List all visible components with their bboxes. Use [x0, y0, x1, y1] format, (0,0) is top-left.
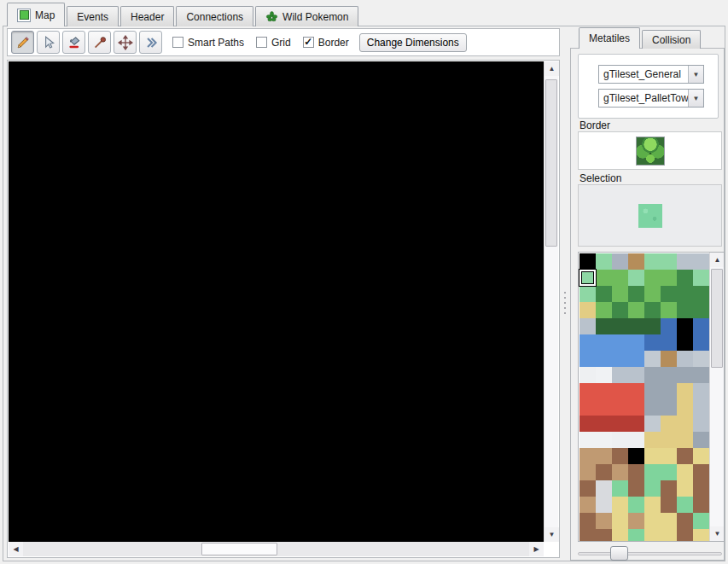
tileset-image[interactable]: [579, 253, 709, 542]
tileset-scrollbar-thumb[interactable]: [711, 269, 723, 368]
tileset-tile[interactable]: [612, 318, 628, 334]
tileset-tile[interactable]: [644, 480, 661, 497]
tileset-tile[interactable]: [693, 302, 709, 318]
tileset-tile[interactable]: [677, 529, 693, 542]
bucket-fill-tool-button[interactable]: [62, 31, 85, 54]
tileset-tile[interactable]: [596, 480, 612, 497]
tileset-tile[interactable]: [677, 480, 693, 497]
tileset-tile[interactable]: [693, 253, 709, 270]
scroll-down-button[interactable]: ▼: [710, 526, 725, 541]
tileset-tile[interactable]: [677, 432, 693, 448]
tab-collision[interactable]: Collision: [642, 30, 701, 49]
tileset-tile[interactable]: [661, 286, 677, 302]
map-horizontal-scrollbar[interactable]: ◀ ▶: [9, 542, 544, 556]
tileset-tile[interactable]: [612, 383, 628, 399]
tileset-tile[interactable]: [579, 334, 596, 351]
tileset-tile[interactable]: [628, 270, 644, 286]
tileset-tile[interactable]: [596, 529, 612, 542]
tileset-tile[interactable]: [644, 318, 661, 334]
scroll-right-button[interactable]: ▶: [529, 542, 544, 556]
tileset-tile[interactable]: [579, 286, 596, 302]
primary-tileset-dropdown[interactable]: gTileset_General ▼: [598, 65, 704, 84]
tileset-tile[interactable]: [612, 253, 628, 270]
tileset-tile[interactable]: [644, 334, 661, 351]
tileset-tile[interactable]: [612, 399, 628, 416]
tileset-tile[interactable]: [612, 367, 628, 383]
tileset-tile[interactable]: [693, 480, 709, 497]
vertical-scrollbar-thumb[interactable]: [545, 79, 557, 247]
checkbox-border[interactable]: ✓Border: [303, 37, 349, 49]
tileset-tile[interactable]: [628, 416, 644, 432]
tileset-tile[interactable]: [693, 351, 709, 367]
tileset-tile[interactable]: [579, 448, 596, 464]
map-vertical-scrollbar[interactable]: ▲ ▼: [544, 61, 558, 542]
tileset-tile[interactable]: [612, 270, 628, 286]
tab-metatiles[interactable]: Metatiles: [579, 27, 640, 49]
secondary-tileset-dropdown[interactable]: gTileset_PalletTown ▼: [598, 89, 704, 108]
tileset-tile[interactable]: [579, 432, 596, 448]
tileset-tile[interactable]: [628, 318, 644, 334]
tileset-tile[interactable]: [612, 529, 628, 542]
tileset-tile[interactable]: [661, 383, 677, 399]
tileset-tile[interactable]: [579, 383, 596, 399]
tileset-tile[interactable]: [612, 351, 628, 367]
tileset-tile[interactable]: [644, 351, 661, 367]
tileset-tile[interactable]: [628, 464, 644, 480]
tileset-tile[interactable]: [628, 367, 644, 383]
tileset-tile[interactable]: [596, 399, 612, 416]
tileset-tile[interactable]: [693, 416, 709, 432]
tileset-tile[interactable]: [677, 497, 693, 513]
tileset-tile[interactable]: [693, 318, 709, 334]
tileset-tile[interactable]: [579, 253, 596, 270]
tileset-tile[interactable]: [693, 513, 709, 529]
horizontal-scrollbar-thumb[interactable]: [201, 543, 277, 555]
checkbox-smart-paths[interactable]: Smart Paths: [172, 37, 244, 49]
tileset-tile[interactable]: [644, 286, 661, 302]
tab-connections[interactable]: Connections: [176, 6, 253, 26]
tileset-tile[interactable]: [677, 318, 693, 334]
tileset-tile[interactable]: [677, 270, 693, 286]
change-dimensions-button[interactable]: Change Dimensions: [359, 33, 467, 52]
tileset-tile[interactable]: [693, 448, 709, 464]
tileset-tile[interactable]: [628, 334, 644, 351]
tileset-tile[interactable]: [612, 432, 628, 448]
tileset-tile[interactable]: [596, 302, 612, 318]
tileset-tile[interactable]: [579, 513, 596, 529]
tileset-tile[interactable]: [579, 416, 596, 432]
tileset-tile[interactable]: [693, 432, 709, 448]
tileset-tile[interactable]: [596, 253, 612, 270]
tileset-tile[interactable]: [628, 286, 644, 302]
tileset-tile[interactable]: [677, 464, 693, 480]
tileset-tile[interactable]: [644, 416, 661, 432]
checkbox-box[interactable]: [256, 37, 267, 48]
shift-tool-button[interactable]: [139, 31, 162, 54]
tileset-tile[interactable]: [644, 432, 661, 448]
tileset-tile[interactable]: [579, 302, 596, 318]
slider-groove[interactable]: [578, 552, 722, 555]
tileset-tile[interactable]: [644, 399, 661, 416]
tileset-tile[interactable]: [596, 367, 612, 383]
scroll-down-button[interactable]: ▼: [545, 527, 559, 542]
tileset-tile[interactable]: [579, 497, 596, 513]
tileset-tile[interactable]: [628, 448, 644, 464]
tileset-tile[interactable]: [661, 367, 677, 383]
tileset-tile[interactable]: [579, 367, 596, 383]
tileset-tile[interactable]: [677, 513, 693, 529]
tileset-tile[interactable]: [677, 334, 693, 351]
tileset-tile[interactable]: [661, 399, 677, 416]
tileset-tile[interactable]: [596, 497, 612, 513]
tileset-tile[interactable]: [644, 270, 661, 286]
scroll-left-button[interactable]: ◀: [9, 542, 23, 556]
tileset-tile[interactable]: [693, 497, 709, 513]
tileset-tile[interactable]: [612, 448, 628, 464]
tileset-tile[interactable]: [596, 432, 612, 448]
tileset-tile[interactable]: [612, 497, 628, 513]
tileset-tile[interactable]: [579, 351, 596, 367]
tileset-tile[interactable]: [612, 302, 628, 318]
tileset-tile[interactable]: [644, 448, 661, 464]
tileset-tile[interactable]: [596, 448, 612, 464]
tileset-tile[interactable]: [644, 383, 661, 399]
tileset-tile[interactable]: [661, 253, 677, 270]
tileset-tile[interactable]: [661, 334, 677, 351]
tileset-tile[interactable]: [612, 513, 628, 529]
